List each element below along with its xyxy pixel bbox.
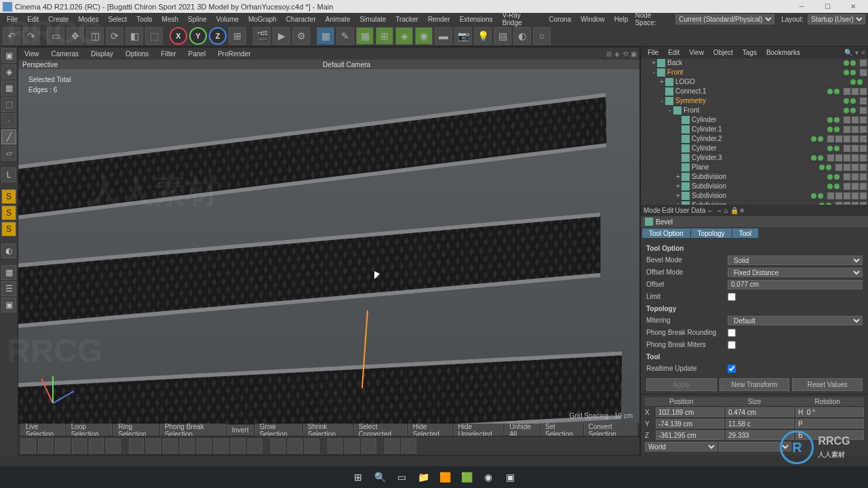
bottom-icon-7[interactable] (146, 439, 161, 453)
object-tag[interactable] (844, 88, 850, 95)
mitering-select[interactable]: Default (728, 316, 863, 325)
offset-mode-select[interactable]: Fixed Distance (728, 268, 863, 277)
object-name[interactable]: Front (684, 106, 844, 114)
expand-icon[interactable]: + (675, 173, 682, 180)
object-tag[interactable] (852, 164, 859, 171)
render-dot[interactable] (826, 165, 831, 170)
menu-volume[interactable]: Volume (212, 14, 243, 24)
phong-break-miters-checkbox[interactable] (728, 341, 736, 349)
bottom-icon-19[interactable] (361, 439, 376, 453)
coord-r-input[interactable] (795, 407, 864, 417)
close-button[interactable]: ✕ (841, 1, 865, 13)
object-tag[interactable] (844, 136, 850, 142)
visibility-dot[interactable] (827, 89, 833, 94)
object-row[interactable]: Cylinder (641, 115, 868, 125)
reset-values-button[interactable]: Reset Values (792, 378, 863, 391)
object-tag[interactable] (852, 145, 859, 152)
menu-select[interactable]: Select (104, 14, 131, 24)
object-tag[interactable] (835, 192, 842, 199)
render-dot[interactable] (857, 79, 863, 85)
explorer-icon[interactable]: 📁 (414, 468, 432, 486)
bottom-icon-2[interactable] (55, 439, 70, 453)
filter-icon[interactable]: ▾ (855, 49, 859, 56)
search-icon[interactable]: 🔍 (844, 49, 852, 56)
object-tag[interactable] (860, 117, 867, 123)
object-tag[interactable] (852, 183, 859, 190)
bottom-icon-5[interactable] (106, 439, 121, 453)
object-name[interactable]: Cylinder (692, 116, 827, 123)
offset-input[interactable] (728, 280, 863, 289)
z-axis-toggle[interactable]: Z (209, 27, 226, 45)
instance[interactable]: ◉ (415, 27, 433, 45)
light-tool[interactable]: 💡 (474, 27, 492, 45)
menu-spline[interactable]: Spline (184, 14, 211, 24)
object-tag[interactable] (835, 136, 842, 142)
bottom-icon-10[interactable] (197, 439, 212, 453)
menu-mesh[interactable]: Mesh (158, 14, 182, 24)
object-row[interactable]: Plane (641, 163, 868, 172)
bottom-icon-3[interactable] (72, 439, 87, 453)
layout-select[interactable]: Startup (User) (808, 14, 865, 24)
bottom-icon-6[interactable] (129, 439, 144, 453)
render-dot[interactable] (850, 98, 856, 104)
vpmenu-cameras[interactable]: Cameras (48, 49, 83, 59)
vp-icon-4[interactable]: ▣ (631, 50, 637, 58)
menu-v-ray-bridge[interactable]: V-Ray Bridge (498, 10, 544, 28)
subdivision[interactable]: ▦ (356, 27, 374, 45)
render-dot[interactable] (818, 193, 823, 199)
make-editable[interactable]: ▣ (1, 48, 16, 63)
object-tag[interactable] (860, 155, 867, 161)
render-region[interactable]: ▶ (273, 27, 290, 45)
object-name[interactable]: Cylinder.3 (692, 154, 811, 161)
menu-help[interactable]: Help (610, 14, 633, 24)
deformer[interactable]: ◈ (395, 27, 413, 45)
object-row[interactable]: +LOGO (641, 77, 868, 87)
object-name[interactable]: Back (667, 59, 844, 66)
menu-mograph[interactable]: MoGraph (244, 14, 281, 24)
visibility-dot[interactable] (827, 174, 833, 180)
bottom-icon-4[interactable] (89, 439, 104, 453)
object-tag[interactable] (844, 183, 850, 190)
object-name[interactable]: LOGO (675, 78, 850, 85)
object-row[interactable]: Cylinder.3 (641, 153, 868, 163)
object-tag[interactable] (860, 88, 867, 95)
objtab-view[interactable]: View (685, 47, 708, 58)
visibility-dot[interactable] (827, 127, 833, 132)
object-tag[interactable] (827, 192, 834, 199)
visibility-dot[interactable] (844, 70, 849, 75)
expand-icon[interactable]: - (650, 68, 657, 76)
back-icon[interactable]: ← (707, 207, 713, 214)
menu-create[interactable]: Create (44, 14, 73, 24)
object-tag[interactable] (844, 145, 850, 152)
visibility-dot[interactable] (827, 146, 833, 151)
menu-tracker[interactable]: Tracker (391, 14, 422, 24)
menu-animate[interactable]: Animate (321, 14, 355, 24)
render-dot[interactable] (834, 127, 840, 132)
menu-simulate[interactable]: Simulate (355, 14, 390, 24)
render-dot[interactable] (834, 184, 840, 189)
bottom-icon-11[interactable] (214, 439, 229, 453)
visibility-dot[interactable] (827, 117, 833, 123)
viewport-camera[interactable]: Default Camera (323, 61, 370, 68)
object-tag[interactable] (835, 155, 842, 161)
render-dot[interactable] (834, 117, 840, 123)
bottom-icon-13[interactable] (248, 439, 262, 453)
object-tag[interactable] (860, 60, 867, 66)
expand-icon[interactable]: + (658, 78, 665, 85)
render-dot[interactable] (834, 89, 840, 94)
subtab-topology[interactable]: Topology (691, 228, 732, 238)
taskview-icon[interactable]: ▭ (393, 468, 410, 486)
objtab-tags[interactable]: Tags (738, 47, 761, 58)
render-dot[interactable] (834, 146, 840, 151)
maximize-button[interactable]: ☐ (815, 1, 840, 13)
object-name[interactable]: Subdivision (692, 182, 827, 190)
start-button[interactable]: ⊞ (349, 468, 367, 486)
vp-icon-2[interactable]: ◈ (614, 50, 620, 58)
object-name[interactable]: Subdivision (692, 173, 827, 180)
sds[interactable]: ▣ (1, 298, 16, 312)
move-tool[interactable]: ✥ (66, 27, 84, 45)
app-icon-3[interactable]: ▣ (501, 468, 519, 486)
expand-icon[interactable]: + (650, 59, 657, 66)
render-dot[interactable] (818, 155, 823, 161)
redo-button[interactable]: ↷ (22, 27, 40, 45)
